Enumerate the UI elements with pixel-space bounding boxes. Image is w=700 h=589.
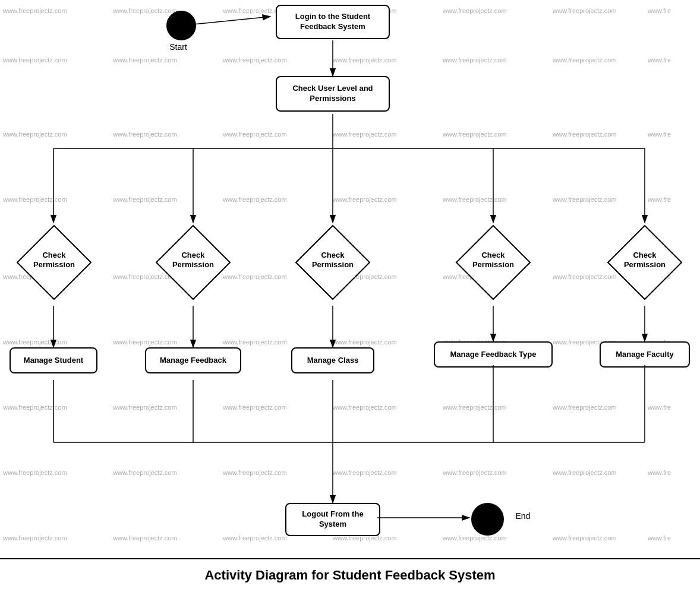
diamond5-shape: Check Permission xyxy=(607,224,683,300)
svg-text:Check: Check xyxy=(321,251,345,259)
login-box: Login to the Student Feedback System xyxy=(276,5,390,39)
manage-feedback-label: Manage Feedback xyxy=(160,356,226,366)
svg-text:Permission: Permission xyxy=(172,260,214,269)
diamond3-shape: Check Permission xyxy=(295,224,371,300)
manage-feedback-type-label: Manage Feedback Type xyxy=(450,350,537,360)
logout-box: Logout From the System xyxy=(285,503,380,536)
svg-text:Permission: Permission xyxy=(624,260,666,269)
diagram-title: Activity Diagram for Student Feedback Sy… xyxy=(0,558,700,589)
start-circle xyxy=(166,11,196,40)
svg-text:Check: Check xyxy=(633,251,657,259)
check-permissions-box: Check User Level and Permissions xyxy=(276,76,390,112)
diamond4-shape: Check Permission xyxy=(455,224,531,300)
svg-text:Check: Check xyxy=(481,251,505,259)
manage-faculty-box: Manage Faculty xyxy=(600,341,690,368)
start-label: Start xyxy=(157,42,199,52)
end-circle xyxy=(471,503,504,536)
diamond1-shape: Check Permission xyxy=(16,224,92,300)
manage-feedback-box: Manage Feedback xyxy=(145,347,241,373)
svg-text:Check: Check xyxy=(181,251,205,259)
manage-student-box: Manage Student xyxy=(10,347,97,373)
diamond2-shape: Check Permission xyxy=(155,224,231,300)
diagram-container: Start Login to the Student Feedback Syst… xyxy=(0,0,700,589)
svg-text:Permission: Permission xyxy=(472,260,514,269)
manage-feedback-type-box: Manage Feedback Type xyxy=(434,341,553,368)
svg-text:Check: Check xyxy=(42,251,66,259)
check-permissions-label: Check User Level and Permissions xyxy=(280,84,385,104)
manage-student-label: Manage Student xyxy=(24,356,83,366)
end-label: End xyxy=(508,511,538,521)
manage-class-box: Manage Class xyxy=(291,347,374,373)
manage-class-label: Manage Class xyxy=(307,356,359,366)
svg-text:Permission: Permission xyxy=(33,260,75,269)
logout-label: Logout From the System xyxy=(290,509,376,530)
svg-text:Permission: Permission xyxy=(312,260,354,269)
login-label: Login to the Student Feedback System xyxy=(280,12,385,32)
manage-faculty-label: Manage Faculty xyxy=(616,350,674,360)
